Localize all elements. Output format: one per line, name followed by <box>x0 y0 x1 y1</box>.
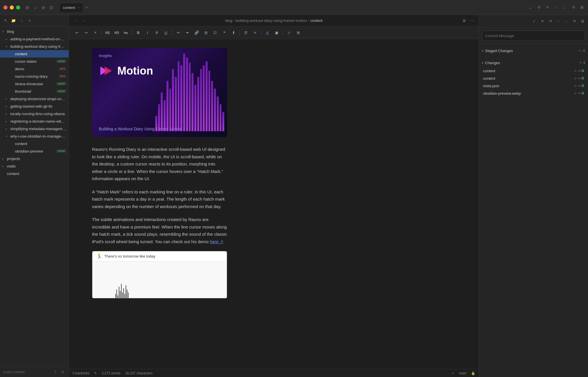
bookmark-icon[interactable]: ⊘ <box>41 5 46 10</box>
backlinks-status[interactable]: 0 backlinks <box>72 371 89 375</box>
sidebar-item-git-lfs[interactable]: ▸ getting-started-with-git-lfs <box>0 102 69 110</box>
link-button[interactable]: 🔗 <box>192 28 201 37</box>
undo-button[interactable]: ↩ <box>72 28 81 37</box>
change-item-meta-json[interactable]: meta.json ⤢ ↪ U <box>482 82 585 90</box>
new-file-icon[interactable]: ✎ <box>2 18 9 24</box>
tab-content[interactable]: content × <box>59 3 83 12</box>
changes-header-left: ▾ Changes <box>482 61 500 65</box>
sidebar-item-rauno-diary[interactable]: rauno-running-diary MP4 <box>0 73 69 80</box>
commit-message-input[interactable] <box>482 31 585 41</box>
folder-label: adding-a-payment-method-on-digi... <box>10 37 66 41</box>
upload-icon[interactable]: ↑ <box>555 18 562 24</box>
download-icon[interactable]: ↓ <box>562 5 567 10</box>
change-item-content-1[interactable]: content ⤢ ↪ U <box>482 67 585 75</box>
sort-icon[interactable]: ↕ <box>18 18 25 24</box>
sidebar-item-obsidian-content[interactable]: content <box>0 140 69 147</box>
highlight-button[interactable]: ✏ <box>174 28 183 37</box>
new-folder-icon[interactable]: 📁 <box>10 18 17 24</box>
changes-plus-icon[interactable]: + <box>579 61 581 65</box>
minus-icon[interactable]: — <box>578 49 581 53</box>
edit-icon[interactable]: ✎ <box>545 5 550 10</box>
tab-close-button[interactable]: × <box>78 6 79 9</box>
checkbox-button[interactable]: ☑ <box>211 28 219 37</box>
sidebar-item-adding-payment[interactable]: ▸ adding-a-payment-method-on-digi... <box>0 35 69 43</box>
sidebar-item-demo[interactable]: demo MP4 <box>0 65 69 73</box>
sidebar-item-building-workout[interactable]: ▾ building-workout-diary-using-fram... <box>0 43 69 50</box>
close-sidebar-icon[interactable]: × <box>26 18 33 24</box>
branch-status[interactable]: main <box>459 371 466 375</box>
bg-color-button[interactable]: ▣ <box>272 28 281 37</box>
traffic-light-minimize[interactable] <box>10 5 14 9</box>
changes-chevron[interactable]: ▾ <box>482 61 483 64</box>
badge-webp: WEBP <box>56 60 66 63</box>
h3-button[interactable]: H3 <box>112 28 121 37</box>
view-icon[interactable]: ⊞ <box>461 18 467 24</box>
change-item-content-2[interactable]: content ⤢ ↪ U <box>482 75 585 82</box>
close-icon[interactable]: ✕ <box>539 18 545 24</box>
sidebar-item-cursor-states[interactable]: cursor-states WEBP <box>0 58 69 65</box>
redo-button[interactable]: ↪ <box>82 28 90 37</box>
check-icon[interactable]: ✓ <box>531 18 537 24</box>
format-button[interactable]: ✒ <box>183 28 192 37</box>
sidebar-item-blog[interactable]: ▾ blog <box>0 28 69 35</box>
grid-icon[interactable]: ⊟ <box>25 5 30 10</box>
italic-button[interactable]: I <box>143 28 152 37</box>
add-tab-button[interactable]: + <box>83 4 90 11</box>
forward-button[interactable]: → <box>81 18 87 24</box>
traffic-light-fullscreen[interactable] <box>16 5 20 9</box>
chars-status[interactable]: 18,107 characters <box>125 371 153 375</box>
sidebar-item-voids[interactable]: ▸ voids <box>0 162 69 170</box>
more-tools-button[interactable]: ⊞ <box>294 28 302 37</box>
sidebar-toggle-icon[interactable]: ⊡ <box>49 5 54 10</box>
refresh-icon[interactable]: ↺ <box>571 5 576 10</box>
sidebar-item-domain[interactable]: ▸ registering-a-domain-name-with-n... <box>0 117 69 125</box>
sidebar-item-metadata[interactable]: ▸ simplifying-metadata-management... <box>0 125 69 132</box>
sync-icon[interactable]: ⟳ <box>571 18 578 24</box>
demo-link[interactable]: here ↗ <box>210 239 223 244</box>
staged-changes-header: ▾ Staged Changes — 0 <box>482 46 585 55</box>
callout-button[interactable]: ⬆ <box>229 28 238 37</box>
h2-button[interactable]: H2 <box>103 28 112 37</box>
sidebar-item-llms[interactable]: ▸ locally-running-llms-using-ollama <box>0 110 69 117</box>
quote-button[interactable]: ❝ <box>220 28 229 37</box>
upload-icon[interactable]: ↑ <box>553 5 559 10</box>
align-button[interactable]: ≡ <box>251 28 259 37</box>
more-icon[interactable]: ⋯ <box>469 18 475 24</box>
sidebar-item-thumbnail[interactable]: thumbnail WEBP <box>0 87 69 95</box>
staged-changes-title: Staged Changes <box>485 49 513 53</box>
breadcrumb-blog[interactable]: blog <box>225 18 232 23</box>
help-icon[interactable]: ? <box>53 370 58 375</box>
sidebar-item-root-content[interactable]: content <box>0 170 69 177</box>
sync-icon[interactable]: ↺ <box>536 5 541 10</box>
layout-icon[interactable]: ⊞ <box>579 5 585 10</box>
eraser-button[interactable]: ✕ <box>91 28 99 37</box>
list-button[interactable]: ☰ <box>242 28 250 37</box>
h4-button[interactable]: Hn <box>122 28 130 37</box>
refresh-icon[interactable]: ↺ <box>547 18 553 24</box>
breadcrumb-folder[interactable]: building-workout-diary-using-framer-moti… <box>236 18 307 23</box>
table-button[interactable]: ⊞ <box>202 28 210 37</box>
sidebar-item-strava-showcase[interactable]: strava-showcase WEBP <box>0 80 69 87</box>
search-icon[interactable]: ⌕ <box>33 5 38 10</box>
words-status[interactable]: 2,272 words <box>101 371 120 375</box>
color-button[interactable]: A <box>263 28 272 37</box>
sidebar-item-obsidian[interactable]: ▾ why-i-use-obsidian-to-manage-my-... <box>0 132 69 140</box>
sidebar-item-deploying[interactable]: ▸ deploying-dockerized-strapi-on-di... <box>0 95 69 102</box>
fullscreen-button[interactable]: ⤢ <box>285 28 293 37</box>
download-icon[interactable]: ↓ <box>563 18 570 24</box>
layout-panel-icon[interactable]: ⊞ <box>579 18 586 24</box>
staged-changes-chevron[interactable]: ▾ <box>482 49 483 52</box>
traffic-light-close[interactable] <box>3 5 7 9</box>
editor-content[interactable]: Insights Motion Building a Workout Diary… <box>69 39 479 369</box>
settings-icon[interactable]: ⚙ <box>60 370 65 375</box>
back-button[interactable]: ← <box>72 18 79 24</box>
toolbar-separator-5 <box>261 30 261 36</box>
sidebar-item-content-active[interactable]: content <box>0 50 69 58</box>
sidebar-item-obsidian-preview[interactable]: obsidian-preview WEBP <box>0 147 69 155</box>
chevron-down-icon[interactable]: ⌄ <box>528 5 533 10</box>
underline-button[interactable]: U <box>162 28 170 37</box>
sidebar-item-projects[interactable]: ▸ projects <box>0 155 69 162</box>
change-item-obsidian-preview[interactable]: obsidian-preview.webp ⤢ ↪ U <box>482 90 585 97</box>
bold-button[interactable]: B <box>134 28 143 37</box>
strikethrough-button[interactable]: S <box>152 28 161 37</box>
